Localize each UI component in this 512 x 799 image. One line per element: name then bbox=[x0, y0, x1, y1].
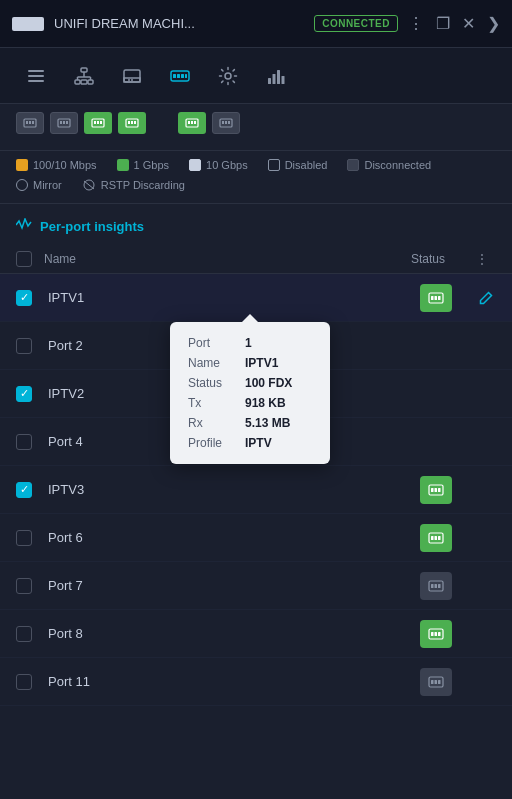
tooltip-port-row: Port 1 bbox=[188, 336, 312, 350]
app-title: UNIFI DREAM MACHI... bbox=[54, 16, 304, 31]
connection-status-badge: CONNECTED bbox=[314, 15, 398, 32]
row-checkbox-cell bbox=[16, 674, 36, 690]
svg-rect-40 bbox=[134, 121, 136, 124]
nav-ports-icon[interactable] bbox=[160, 56, 200, 96]
window-icon[interactable]: ❐ bbox=[436, 14, 450, 33]
insights-label: Per-port insights bbox=[40, 219, 144, 234]
legend-disconnected: Disconnected bbox=[347, 159, 431, 171]
svg-rect-30 bbox=[60, 121, 62, 124]
column-header-status: Status bbox=[388, 252, 468, 266]
svg-rect-46 bbox=[222, 121, 224, 124]
row-checkbox-cell bbox=[16, 530, 36, 546]
app-logo bbox=[12, 17, 44, 31]
svg-rect-43 bbox=[191, 121, 193, 124]
table-row[interactable]: Port 6 bbox=[0, 514, 512, 562]
port-block[interactable] bbox=[50, 112, 78, 134]
tooltip-name-label: Name bbox=[188, 356, 233, 370]
svg-rect-52 bbox=[431, 296, 434, 300]
nav-settings-icon[interactable] bbox=[208, 56, 248, 96]
svg-rect-69 bbox=[435, 632, 438, 636]
table-row[interactable]: Port 8 bbox=[0, 610, 512, 658]
port-block-green[interactable] bbox=[84, 112, 112, 134]
status-icon-green-port8 bbox=[420, 620, 452, 648]
port-row-top bbox=[16, 112, 496, 134]
row-checkbox-port7[interactable] bbox=[16, 578, 32, 594]
row-checkbox-port4[interactable] bbox=[16, 434, 32, 450]
svg-rect-65 bbox=[435, 584, 438, 588]
row-checkbox-iptv3[interactable] bbox=[16, 482, 32, 498]
table-row[interactable]: Port 11 bbox=[0, 658, 512, 706]
legend-label: Disabled bbox=[285, 159, 328, 171]
row-status-iptv1 bbox=[396, 284, 476, 312]
svg-rect-42 bbox=[188, 121, 190, 124]
row-name-port6: Port 6 bbox=[48, 530, 396, 545]
port-block-green[interactable] bbox=[118, 112, 146, 134]
title-bar-icons: ⋮ ❐ ✕ ❯ bbox=[408, 14, 500, 33]
tooltip-port-value: 1 bbox=[245, 336, 252, 350]
svg-rect-54 bbox=[438, 296, 441, 300]
row-checkbox-port11[interactable] bbox=[16, 674, 32, 690]
port-diagram bbox=[0, 104, 512, 151]
svg-rect-0 bbox=[28, 70, 44, 72]
svg-rect-68 bbox=[431, 632, 434, 636]
port-block[interactable] bbox=[212, 112, 240, 134]
row-checkbox-iptv2[interactable] bbox=[16, 386, 32, 402]
nav-device-icon[interactable] bbox=[112, 56, 152, 96]
more-options-icon[interactable]: ⋮ bbox=[476, 252, 488, 266]
svg-rect-72 bbox=[431, 680, 434, 684]
svg-rect-44 bbox=[194, 121, 196, 124]
legend-label: Disconnected bbox=[364, 159, 431, 171]
svg-rect-70 bbox=[438, 632, 441, 636]
tooltip-name-value: IPTV1 bbox=[245, 356, 278, 370]
svg-rect-64 bbox=[431, 584, 434, 588]
port-block-active[interactable] bbox=[178, 112, 206, 134]
port-block[interactable] bbox=[16, 112, 44, 134]
status-icon-gray-port7 bbox=[420, 572, 452, 600]
row-checkbox-cell bbox=[16, 482, 36, 498]
legend-color-swatch bbox=[117, 159, 129, 171]
svg-rect-60 bbox=[431, 536, 434, 540]
svg-point-20 bbox=[225, 73, 231, 79]
svg-rect-18 bbox=[181, 74, 184, 78]
legend-label: 1 Gbps bbox=[134, 159, 169, 171]
table-row[interactable]: IPTV3 bbox=[0, 466, 512, 514]
row-status-port7 bbox=[396, 572, 476, 600]
row-checkbox-cell bbox=[16, 626, 36, 642]
expand-icon[interactable]: ❯ bbox=[487, 14, 500, 33]
row-name-iptv3: IPTV3 bbox=[48, 482, 396, 497]
row-checkbox-iptv1[interactable] bbox=[16, 290, 32, 306]
svg-rect-6 bbox=[88, 80, 93, 84]
tooltip-rx-row: Rx 5.13 MB bbox=[188, 416, 312, 430]
row-checkbox-port8[interactable] bbox=[16, 626, 32, 642]
close-icon[interactable]: ✕ bbox=[462, 14, 475, 33]
svg-rect-66 bbox=[438, 584, 441, 588]
row-name-port8: Port 8 bbox=[48, 626, 396, 641]
legend-10gbps: 10 Gbps bbox=[189, 159, 248, 171]
svg-rect-17 bbox=[177, 74, 180, 78]
legend-rstp: RSTP Discarding bbox=[82, 179, 185, 191]
per-port-insights-header: Per-port insights bbox=[0, 204, 512, 245]
legend-label: 10 Gbps bbox=[206, 159, 248, 171]
legend-label: Mirror bbox=[33, 179, 62, 191]
nav-stats-icon[interactable] bbox=[256, 56, 296, 96]
select-all-checkbox[interactable] bbox=[16, 251, 32, 267]
svg-rect-47 bbox=[225, 121, 227, 124]
nav-list-icon[interactable] bbox=[16, 56, 56, 96]
status-icon-green-port6 bbox=[420, 524, 452, 552]
column-header-name: Name bbox=[44, 252, 380, 266]
svg-line-50 bbox=[84, 181, 94, 189]
tooltip-profile-value: IPTV bbox=[245, 436, 272, 450]
svg-rect-19 bbox=[185, 74, 187, 78]
nav-network-icon[interactable] bbox=[64, 56, 104, 96]
row-checkbox-port2[interactable] bbox=[16, 338, 32, 354]
menu-dots-icon[interactable]: ⋮ bbox=[408, 14, 424, 33]
svg-rect-22 bbox=[273, 74, 276, 84]
svg-rect-28 bbox=[32, 121, 34, 124]
edit-button-iptv1[interactable] bbox=[476, 291, 496, 305]
row-status-port11 bbox=[396, 668, 476, 696]
row-checkbox-port6[interactable] bbox=[16, 530, 32, 546]
row-checkbox-cell bbox=[16, 578, 36, 594]
tooltip-status-row: Status 100 FDX bbox=[188, 376, 312, 390]
table-row[interactable]: Port 7 bbox=[0, 562, 512, 610]
table-row[interactable]: IPTV1 Port 1 Name IPTV1 Status 100 FDX bbox=[0, 274, 512, 322]
